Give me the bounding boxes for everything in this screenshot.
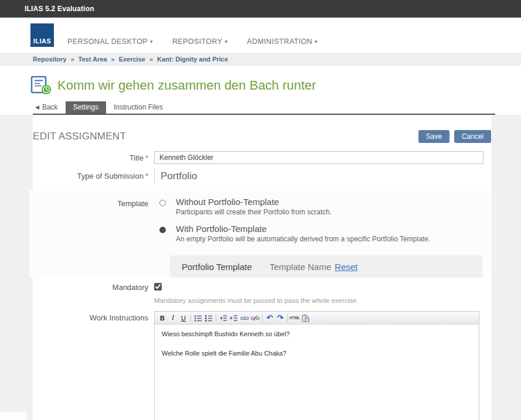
logo-text: ILIAS <box>33 37 52 45</box>
breadcrumb-separator: » <box>149 56 153 63</box>
radio-selected-icon[interactable] <box>159 227 166 233</box>
italic-button[interactable]: I <box>168 313 178 323</box>
toolbar-separator <box>216 314 216 322</box>
save-button[interactable]: Save <box>418 130 450 143</box>
page-title: Komm wir gehen zusammen den Bach runter <box>57 78 316 93</box>
template-panel: Template Without Portfolio-Template Part… <box>29 190 492 278</box>
submission-type-row: Type of Submission* Portfolio <box>33 169 492 185</box>
footer-corner <box>0 412 27 420</box>
rich-text-editor: B I U <box>154 311 479 420</box>
toolbar-separator <box>287 314 288 322</box>
chevron-down-icon: ▾ <box>150 39 153 45</box>
cancel-button[interactable]: Cancel <box>454 130 491 143</box>
outdent-icon <box>219 314 227 322</box>
title-bar: Komm wir gehen zusammen den Bach runter <box>0 66 521 102</box>
redo-button[interactable]: ↷ <box>275 313 285 323</box>
nav-repository[interactable]: REPOSITORY▾ <box>172 37 227 46</box>
radio-option-with-template[interactable]: With Portfolio-Template An empty Portfol… <box>154 224 492 243</box>
breadcrumb-kant-dignity-and-price[interactable]: Kant: Dignity and Price <box>157 56 228 63</box>
template-label: Template <box>29 197 148 251</box>
breadcrumb-separator: » <box>111 56 115 63</box>
tab-bar: ◀ Back Settings Instruction Files <box>34 102 521 114</box>
radio-byline: Participants will create their Portfolio… <box>176 208 332 216</box>
nav-personal-desktop[interactable]: PERSONAL DESKTOP▾ <box>67 37 153 46</box>
editor-content[interactable]: Wieso beschimpft Bushido Kenneth so übel… <box>155 325 479 420</box>
unordered-list-button[interactable] <box>193 313 203 323</box>
top-bar: ILIAS 5.2 Evaluation <box>0 0 521 18</box>
html-source-button[interactable]: HTML <box>290 313 300 323</box>
chevron-down-icon: ▾ <box>315 39 318 45</box>
submission-type-value: Portfolio <box>154 169 492 185</box>
tab-instruction-files[interactable]: Instruction Files <box>106 101 171 114</box>
tab-settings[interactable]: Settings <box>66 101 106 114</box>
required-marker: * <box>145 172 148 180</box>
editor-paragraph: Welche Rolle spielt die Familie Abu Chak… <box>162 350 472 357</box>
title-input[interactable] <box>154 151 483 164</box>
breadcrumb: Repository » Test Area » Exercise » Kant… <box>0 53 521 66</box>
radio-option-without-template[interactable]: Without Portfolio-Template Participants … <box>154 197 492 216</box>
unordered-list-icon <box>194 314 202 322</box>
chevron-down-icon: ▾ <box>224 39 227 45</box>
work-instructions-row: Work Instructions B I U <box>33 311 492 420</box>
bold-button[interactable]: B <box>157 313 168 323</box>
portfolio-template-value: Template Name <box>270 262 331 272</box>
radio-byline: An empty Portfolio will be automatically… <box>176 235 430 243</box>
main-header: ILIAS PERSONAL DESKTOP▾ REPOSITORY▾ ADMI… <box>0 18 521 53</box>
nav-administration[interactable]: ADMINISTRATION▾ <box>247 37 318 46</box>
breadcrumb-test-area[interactable]: Test Area <box>79 56 107 63</box>
submission-type-label: Type of Submission* <box>33 169 148 185</box>
ordered-list-icon <box>205 314 213 322</box>
radio-label: With Portfolio-Template <box>176 224 430 234</box>
paste-from-word-button[interactable] <box>300 313 311 323</box>
undo-button[interactable]: ↶ <box>264 313 275 323</box>
window-title: ILIAS 5.2 Evaluation <box>25 5 94 13</box>
breadcrumb-repository[interactable]: Repository <box>33 56 66 63</box>
toolbar-separator <box>262 314 263 322</box>
reset-link[interactable]: Reset <box>335 262 357 272</box>
editor-paragraph: Wieso beschimpft Bushido Kenneth so übel… <box>162 330 472 337</box>
outdent-button[interactable] <box>218 313 229 323</box>
mandatory-label: Mandatory <box>33 281 148 304</box>
indent-button[interactable] <box>229 313 239 323</box>
paste-from-word-icon <box>301 314 309 322</box>
portfolio-template-label: Portfolio Template <box>182 262 270 272</box>
tab-back[interactable]: ◀ Back <box>34 101 66 114</box>
radio-label: Without Portfolio-Template <box>176 197 332 207</box>
indent-icon <box>230 314 238 322</box>
form-header: EDIT ASSIGNMENT Save Cancel <box>33 130 492 143</box>
work-instructions-label: Work Instructions <box>33 311 148 420</box>
breadcrumb-exercise[interactable]: Exercise <box>119 56 145 63</box>
required-marker: * <box>145 153 148 162</box>
form-heading: EDIT ASSIGNMENT <box>33 131 126 142</box>
unlink-icon <box>251 314 260 322</box>
mandatory-row: Mandatory Mandatory assignments must be … <box>33 281 492 304</box>
link-icon <box>240 314 249 322</box>
form-container: EDIT ASSIGNMENT Save Cancel Title* Type … <box>33 115 492 420</box>
title-row: Title* <box>33 151 492 164</box>
toolbar-separator <box>190 314 191 322</box>
page-body: EDIT ASSIGNMENT Save Cancel Title* Type … <box>0 115 521 420</box>
underline-button[interactable]: U <box>178 313 189 323</box>
ilias-logo[interactable]: ILIAS <box>30 23 54 47</box>
editor-toolbar: B I U <box>155 312 479 325</box>
tabs-section: ◀ Back Settings Instruction Files <box>0 102 521 115</box>
template-row: Template Without Portfolio-Template Part… <box>29 197 492 251</box>
chevron-left-icon: ◀ <box>35 104 39 110</box>
title-label: Title* <box>33 151 148 164</box>
assignment-document-clock-icon <box>30 76 52 95</box>
radio-unselected-icon[interactable] <box>159 200 166 206</box>
form-actions: Save Cancel <box>418 130 491 143</box>
unlink-button[interactable] <box>250 313 260 323</box>
ordered-list-button[interactable] <box>203 313 214 323</box>
mandatory-byline: Mandatory assignments must be passed to … <box>154 297 492 304</box>
breadcrumb-separator: » <box>70 56 74 63</box>
mandatory-checkbox[interactable] <box>154 283 162 291</box>
main-nav: PERSONAL DESKTOP▾ REPOSITORY▾ ADMINISTRA… <box>67 37 337 53</box>
portfolio-template-row: Portfolio Template Template Name Reset <box>170 255 482 278</box>
link-button[interactable] <box>239 313 250 323</box>
